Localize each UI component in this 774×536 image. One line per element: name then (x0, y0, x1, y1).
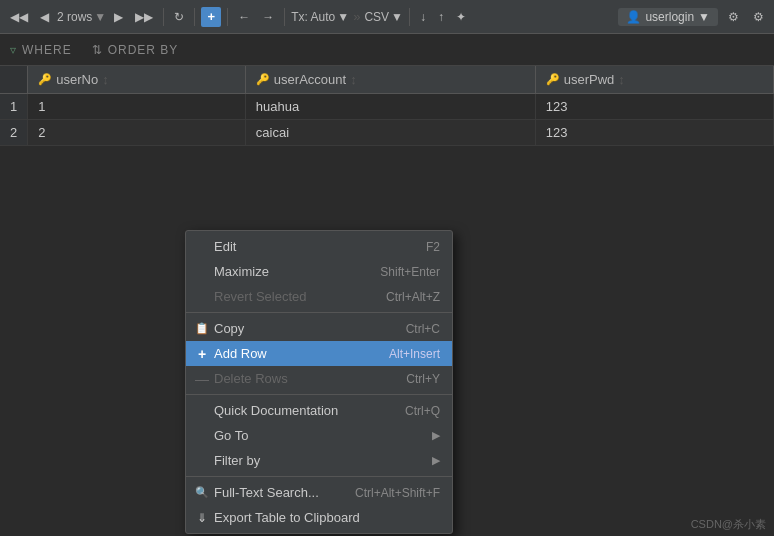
copy-icon: 📋 (194, 322, 210, 335)
upload-btn[interactable]: ↑ (434, 8, 448, 26)
sep4 (284, 8, 285, 26)
watermark: CSDN@杀小素 (683, 513, 774, 536)
nav-next-btn[interactable]: ▶ (110, 8, 127, 26)
cell-userAccount-1: huahua (245, 94, 535, 120)
filter-by-arrow: ▶ (432, 454, 440, 467)
nav-first-btn[interactable]: ◀◀ (6, 8, 32, 26)
col-header-userAccount: 🔑 userAccount ↕ (245, 66, 535, 94)
nav-prev-btn[interactable]: ◀ (36, 8, 53, 26)
cell-userNo-2: 2 (28, 120, 246, 146)
toolbar: ◀◀ ◀ 2 rows ▼ ▶ ▶▶ ↻ + ← → Tx: Auto ▼ » … (0, 0, 774, 34)
userNo-icon: 🔑 (38, 73, 52, 86)
menu-item-revert: Revert Selected Ctrl+Alt+Z (186, 284, 452, 309)
tx-dropdown[interactable]: Tx: Auto ▼ (291, 10, 349, 24)
cell-userPwd-1: 123 (535, 94, 773, 120)
row-num-2: 2 (0, 120, 28, 146)
menu-sep-1 (186, 312, 452, 313)
userPwd-icon: 🔑 (546, 73, 560, 86)
menu-item-go-to[interactable]: Go To ▶ (186, 423, 452, 448)
menu-item-add-row[interactable]: + Add Row Alt+Insert (186, 341, 452, 366)
menu-sep-2 (186, 394, 452, 395)
row-num-1: 1 (0, 94, 28, 120)
undo-btn[interactable]: ← (234, 8, 254, 26)
menu-item-maximize[interactable]: Maximize Shift+Enter (186, 259, 452, 284)
table-row[interactable]: 1 1 huahua 123 (0, 94, 774, 120)
search-icon: 🔍 (194, 486, 210, 499)
redo-btn[interactable]: → (258, 8, 278, 26)
cell-userNo-1: 1 (28, 94, 246, 120)
col-sort-indicator3: ↕ (618, 72, 625, 87)
refresh-btn[interactable]: ↻ (170, 8, 188, 26)
menu-item-delete-rows: — Delete Rows Ctrl+Y (186, 366, 452, 391)
orderby-filter: ⇅ ORDER BY (92, 43, 179, 57)
pin-btn[interactable]: ✦ (452, 8, 470, 26)
data-table: 🔑 userNo ↕ 🔑 userAccount ↕ 🔑 (0, 66, 774, 146)
add-row-icon: + (194, 346, 210, 362)
table-area: 🔑 userNo ↕ 🔑 userAccount ↕ 🔑 (0, 66, 774, 146)
download-btn[interactable]: ↓ (416, 8, 430, 26)
format-dropdown[interactable]: CSV ▼ (364, 10, 403, 24)
col-sort-indicator: ↕ (102, 72, 109, 87)
context-menu: Edit F2 Maximize Shift+Enter Revert Sele… (185, 230, 453, 534)
filter-bar: ▿ WHERE ⇅ ORDER BY (0, 34, 774, 66)
user-badge[interactable]: 👤 userlogin ▼ (618, 8, 718, 26)
col-header-userNo: 🔑 userNo ↕ (28, 66, 246, 94)
userAccount-icon: 🔑 (256, 73, 270, 86)
settings-btn[interactable]: ⚙ (724, 8, 743, 26)
menu-item-edit[interactable]: Edit F2 (186, 234, 452, 259)
user-area: 👤 userlogin ▼ ⚙ ⚙ (618, 8, 768, 26)
menu-item-full-text[interactable]: 🔍 Full-Text Search... Ctrl+Alt+Shift+F (186, 480, 452, 505)
nav-last-btn[interactable]: ▶▶ (131, 8, 157, 26)
menu-item-export[interactable]: ⇓ Export Table to Clipboard (186, 505, 452, 530)
row-num-header (0, 66, 28, 94)
cell-userPwd-2: 123 (535, 120, 773, 146)
sep3 (227, 8, 228, 26)
go-to-arrow: ▶ (432, 429, 440, 442)
menu-item-copy[interactable]: 📋 Copy Ctrl+C (186, 316, 452, 341)
where-filter: ▿ WHERE (10, 43, 72, 57)
sep5 (409, 8, 410, 26)
delete-rows-icon: — (194, 371, 210, 387)
col-header-userPwd: 🔑 userPwd ↕ (535, 66, 773, 94)
table-row[interactable]: 2 2 caicai 123 (0, 120, 774, 146)
col-sort-indicator2: ↕ (350, 72, 357, 87)
cell-userAccount-2: caicai (245, 120, 535, 146)
add-btn[interactable]: + (201, 7, 221, 27)
gear2-btn[interactable]: ⚙ (749, 8, 768, 26)
menu-item-filter-by[interactable]: Filter by ▶ (186, 448, 452, 473)
rows-count: 2 rows ▼ (57, 10, 106, 24)
menu-sep-3 (186, 476, 452, 477)
export-icon: ⇓ (194, 511, 210, 525)
rows-chevron: ▼ (94, 10, 106, 24)
menu-item-quick-doc[interactable]: Quick Documentation Ctrl+Q (186, 398, 452, 423)
sep1 (163, 8, 164, 26)
sep2 (194, 8, 195, 26)
